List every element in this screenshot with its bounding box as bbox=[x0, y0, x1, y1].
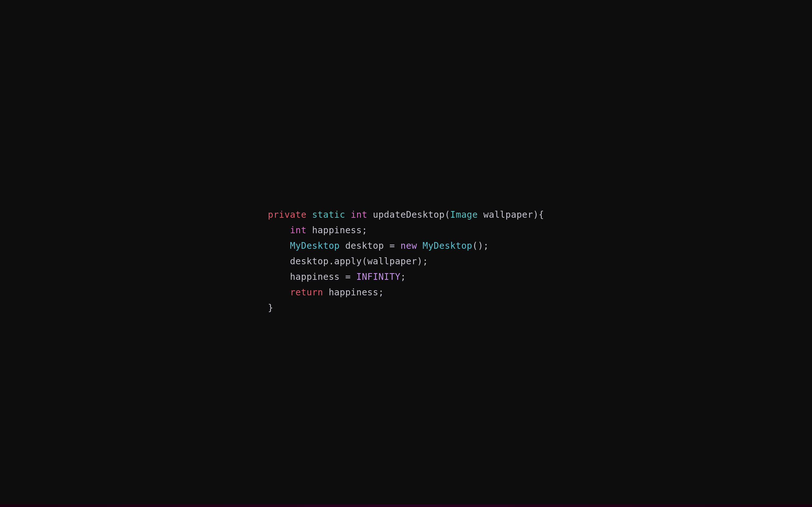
equals: = bbox=[340, 272, 356, 282]
class-mydesktop-1: MyDesktop bbox=[290, 240, 340, 251]
desktop-part2: (); bbox=[472, 240, 489, 251]
return-rest: happiness; bbox=[323, 287, 384, 297]
desktop-part1: desktop = bbox=[340, 240, 401, 251]
keyword-private: private bbox=[268, 210, 307, 220]
keyword-int-1: int bbox=[351, 210, 367, 220]
apply-call: desktop.apply(wallpaper); bbox=[290, 256, 428, 267]
space-2 bbox=[345, 210, 351, 220]
infinity-const: INFINITY bbox=[356, 272, 400, 282]
line-1: private static int updateDesktop(Image w… bbox=[268, 210, 544, 220]
happiness-decl: happiness; bbox=[306, 225, 367, 235]
happiness-var: happiness bbox=[290, 272, 340, 282]
line-2: int happiness; bbox=[268, 225, 368, 235]
space-1 bbox=[306, 210, 312, 220]
param: wallpaper){ bbox=[478, 210, 544, 220]
line-5: happiness = INFINITY; bbox=[268, 272, 406, 282]
semicolon-1: ; bbox=[401, 272, 406, 282]
line-7: } bbox=[268, 302, 273, 313]
keyword-new: new bbox=[401, 240, 417, 251]
line-3: MyDesktop desktop = new MyDesktop(); bbox=[268, 240, 489, 251]
line-6: return happiness; bbox=[268, 287, 384, 297]
class-image: Image bbox=[450, 210, 478, 220]
keyword-static: static bbox=[312, 210, 345, 220]
keyword-return: return bbox=[290, 287, 323, 297]
keyword-int-2: int bbox=[290, 225, 306, 235]
class-mydesktop-2: MyDesktop bbox=[417, 240, 472, 251]
closing-brace: } bbox=[268, 302, 273, 313]
line-4: desktop.apply(wallpaper); bbox=[268, 256, 428, 267]
method-name: updateDesktop( bbox=[367, 210, 450, 220]
bottom-bar bbox=[0, 504, 812, 507]
code-display: private static int updateDesktop(Image w… bbox=[268, 191, 544, 316]
